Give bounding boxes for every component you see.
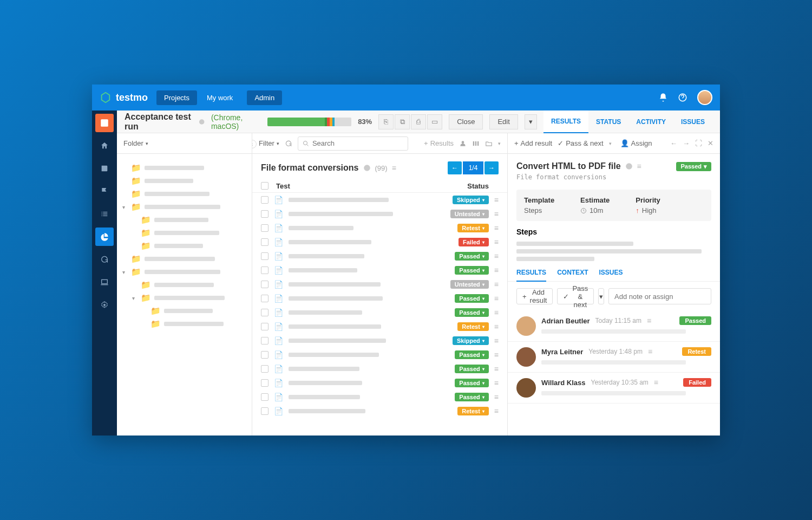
close-button[interactable]: Close bbox=[449, 114, 483, 129]
tree-row[interactable]: 📁 bbox=[122, 252, 246, 265]
row-menu-icon[interactable]: ≡ bbox=[494, 252, 499, 261]
status-pill[interactable]: Passed ▾ bbox=[455, 252, 489, 261]
row-checkbox[interactable] bbox=[261, 196, 269, 204]
row-menu-icon[interactable]: ≡ bbox=[494, 336, 499, 345]
toolbar-dropdown[interactable]: ▾ bbox=[498, 141, 501, 146]
nav-mywork[interactable]: My work bbox=[199, 90, 240, 105]
nav-projects[interactable]: Projects bbox=[156, 90, 197, 105]
tree-row[interactable]: 📁 bbox=[122, 317, 246, 330]
status-pill[interactable]: Passed ▾ bbox=[455, 365, 489, 373]
tree-row[interactable]: ▾📁 bbox=[122, 265, 246, 278]
row-checkbox[interactable] bbox=[261, 337, 269, 344]
note-input[interactable] bbox=[608, 288, 711, 304]
refresh-icon[interactable] bbox=[285, 140, 292, 147]
row-checkbox[interactable] bbox=[261, 323, 269, 330]
row-checkbox[interactable] bbox=[261, 295, 269, 302]
next-test-icon[interactable]: → bbox=[683, 139, 690, 147]
table-row[interactable]: 📄 Untested ▾ ≡ bbox=[252, 207, 507, 221]
row-checkbox[interactable] bbox=[261, 309, 269, 316]
row-checkbox[interactable] bbox=[261, 365, 269, 373]
tree-row[interactable]: 📁 bbox=[122, 187, 246, 200]
status-pill[interactable]: Passed ▾ bbox=[455, 294, 489, 303]
edit-button[interactable]: Edit bbox=[489, 114, 518, 129]
table-row[interactable]: 📄 Untested ▾ ≡ bbox=[252, 277, 507, 291]
export-icon[interactable]: ⎘ bbox=[378, 114, 394, 129]
nav-admin[interactable]: Admin bbox=[247, 90, 282, 105]
subtab-results[interactable]: RESULTS bbox=[516, 269, 546, 282]
expand-icon[interactable]: ⛶ bbox=[695, 139, 702, 147]
table-row[interactable]: 📄 Skipped ▾ ≡ bbox=[252, 193, 507, 207]
tab-activity[interactable]: ACTIVITY bbox=[628, 110, 673, 133]
print-icon[interactable]: ⎙ bbox=[411, 114, 426, 129]
table-row[interactable]: 📄 Passed ▾ ≡ bbox=[252, 291, 507, 306]
row-menu-icon[interactable]: ≡ bbox=[494, 350, 499, 359]
status-pill[interactable]: Retest ▾ bbox=[457, 224, 489, 232]
row-menu-icon[interactable]: ≡ bbox=[494, 365, 499, 373]
bell-icon[interactable] bbox=[658, 93, 668, 102]
help-icon[interactable] bbox=[678, 93, 687, 102]
row-menu-icon[interactable]: ≡ bbox=[494, 280, 499, 289]
tree-row[interactable]: 📁 bbox=[122, 304, 246, 317]
row-checkbox[interactable] bbox=[261, 393, 269, 401]
status-pill[interactable]: Retest ▾ bbox=[457, 407, 489, 415]
table-row[interactable]: 📄 Passed ▾ ≡ bbox=[252, 348, 507, 362]
brand-logo[interactable]: testmo bbox=[100, 92, 148, 103]
tab-status[interactable]: STATUS bbox=[588, 110, 628, 133]
avatar[interactable] bbox=[516, 347, 536, 367]
row-checkbox[interactable] bbox=[261, 379, 269, 387]
add-result-button-inline[interactable]: + Add result bbox=[516, 288, 553, 304]
sidenav-sync[interactable] bbox=[95, 250, 114, 269]
table-row[interactable]: 📄 Passed ▾ ≡ bbox=[252, 390, 507, 404]
info-icon[interactable] bbox=[199, 118, 205, 126]
row-menu-icon[interactable]: ≡ bbox=[494, 322, 499, 331]
status-pill[interactable]: Skipped ▾ bbox=[453, 336, 489, 345]
add-result-button[interactable]: + Add result bbox=[514, 139, 552, 147]
select-all-checkbox[interactable] bbox=[261, 182, 269, 190]
row-menu-icon[interactable]: ≡ bbox=[494, 266, 499, 275]
table-row[interactable]: 📄 Passed ▾ ≡ bbox=[252, 362, 507, 376]
close-detail-icon[interactable]: ✕ bbox=[708, 139, 713, 147]
table-row[interactable]: 📄 Retest ▾ ≡ bbox=[252, 221, 507, 235]
tree-row[interactable]: 📁 bbox=[122, 239, 246, 252]
sidenav-code[interactable] bbox=[95, 273, 114, 291]
status-pill[interactable]: Untested ▾ bbox=[450, 210, 489, 218]
tab-results[interactable]: RESULTS bbox=[543, 110, 588, 133]
row-checkbox[interactable] bbox=[261, 238, 269, 246]
row-menu-icon[interactable]: ≡ bbox=[494, 196, 499, 204]
row-checkbox[interactable] bbox=[261, 351, 269, 359]
user-icon[interactable] bbox=[459, 140, 467, 147]
sidenav-settings[interactable] bbox=[95, 296, 114, 314]
status-pill[interactable]: Passed ▾ bbox=[455, 308, 489, 317]
result-menu-icon[interactable]: ≡ bbox=[648, 347, 652, 356]
row-menu-icon[interactable]: ≡ bbox=[494, 294, 499, 303]
detail-status-pill[interactable]: Passed ▾ bbox=[676, 162, 711, 171]
status-pill[interactable]: Untested ▾ bbox=[450, 280, 489, 289]
avatar[interactable] bbox=[516, 316, 536, 336]
pager-prev[interactable]: ← bbox=[448, 161, 462, 174]
sidenav-dashboard[interactable] bbox=[95, 114, 114, 132]
sidenav-flag[interactable] bbox=[95, 182, 114, 200]
pass-next-button[interactable]: ✓ Pass & next bbox=[558, 139, 603, 147]
row-menu-icon[interactable]: ≡ bbox=[494, 308, 499, 317]
pass-next-button-inline[interactable]: ✓ Pass & next bbox=[557, 288, 594, 304]
pass-next-dropdown-inline[interactable]: ▾ bbox=[598, 288, 604, 304]
folder-label[interactable]: Folder ▾ bbox=[123, 139, 148, 147]
folder-move-icon[interactable] bbox=[485, 140, 493, 147]
info-icon[interactable] bbox=[363, 164, 371, 172]
status-pill[interactable]: Passed ▾ bbox=[455, 266, 489, 275]
search-box[interactable] bbox=[298, 136, 408, 151]
tree-row[interactable]: ▾📁 bbox=[122, 291, 246, 304]
row-checkbox[interactable] bbox=[261, 407, 269, 415]
tree-row[interactable]: 📁 bbox=[122, 213, 246, 226]
table-row[interactable]: 📄 Retest ▾ ≡ bbox=[252, 320, 507, 334]
archive-icon[interactable]: ▭ bbox=[427, 114, 442, 129]
copy-icon[interactable]: ⧉ bbox=[395, 114, 410, 129]
row-menu-icon[interactable]: ≡ bbox=[494, 407, 499, 415]
tab-issues[interactable]: ISSUES bbox=[673, 110, 712, 133]
result-menu-icon[interactable]: ≡ bbox=[654, 378, 658, 387]
assign-button[interactable]: 👤 Assign bbox=[620, 139, 652, 147]
row-menu-icon[interactable]: ≡ bbox=[494, 379, 499, 387]
avatar[interactable] bbox=[516, 378, 536, 398]
tree-row[interactable]: 📁 bbox=[122, 161, 246, 174]
group-menu-icon[interactable]: ≡ bbox=[392, 164, 396, 172]
